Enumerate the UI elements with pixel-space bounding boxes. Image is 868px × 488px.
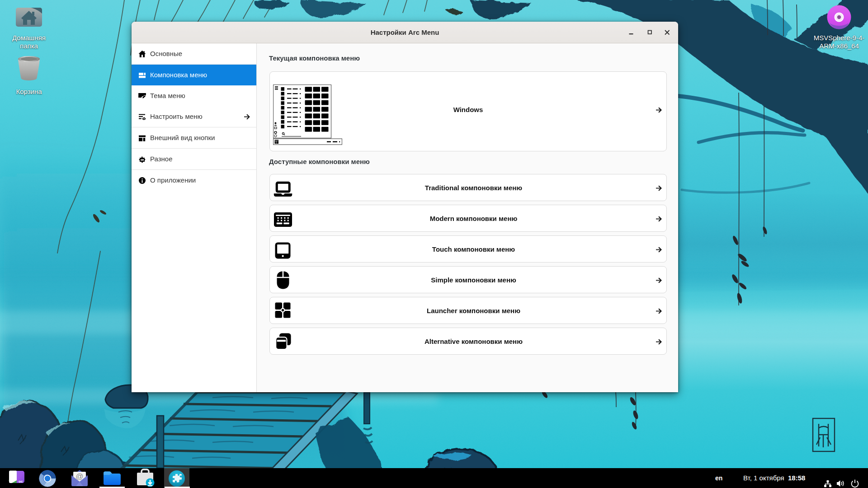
svg-text:MISC: MISC xyxy=(141,159,145,161)
svg-text:oc: oc xyxy=(19,479,23,483)
svg-text:@: @ xyxy=(75,472,83,481)
